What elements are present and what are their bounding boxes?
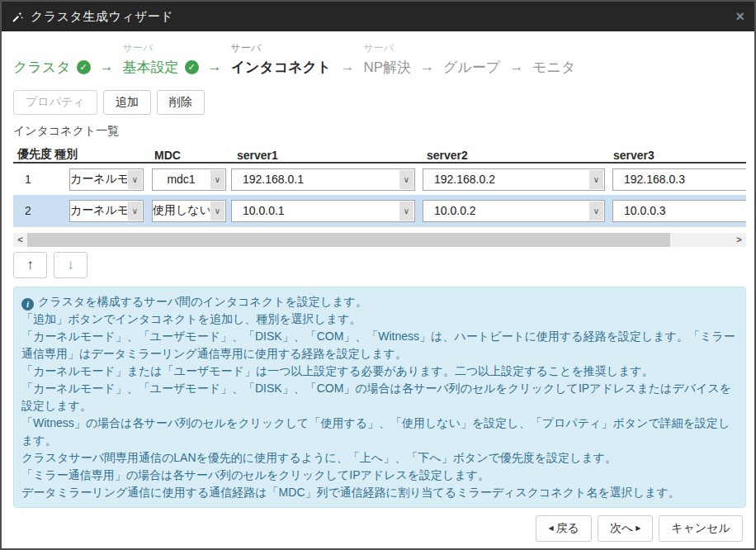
- col-header-priority: 優先度: [13, 147, 54, 162]
- step-label: インタコネクト: [231, 58, 332, 77]
- back-button[interactable]: ◀戻る: [536, 515, 591, 542]
- chevron-down-icon: ∨: [399, 202, 413, 220]
- server1-select-value: 192.168.0.1: [232, 173, 399, 186]
- arrow-right-icon: →: [420, 57, 434, 77]
- info-line: 「追加」ボタンでインタコネクトを追加し、種別を選択します。: [21, 311, 738, 328]
- step-sublabel: [13, 41, 91, 55]
- info-line: 「カーネルモード」、「ユーザモード」、「DISK」、「COM」、「Witness…: [21, 328, 738, 363]
- priority-cell: 2: [13, 204, 54, 217]
- table-caption: インタコネクト一覧: [13, 124, 743, 139]
- server2-select[interactable]: 10.0.0.2∨: [423, 200, 605, 222]
- arrow-down-icon: ↓: [67, 257, 74, 273]
- server2-select[interactable]: 192.168.0.2∨: [423, 168, 605, 191]
- dialog-content: クラスタ✓ → サーバ 基本設定✓ → サーバ インタコネクト → サーバ NP…: [2, 41, 754, 542]
- col-header-type: 種別: [54, 147, 149, 162]
- mdc-select[interactable]: mdc1∨: [152, 168, 226, 191]
- arrow-left-icon: ◀: [548, 524, 553, 532]
- step-group[interactable]: グループ: [443, 41, 500, 77]
- reorder-buttons: ↑ ↓: [13, 252, 743, 278]
- step-interconnect[interactable]: サーバ インタコネクト: [231, 41, 332, 77]
- priority-cell: 1: [13, 173, 54, 186]
- delete-button[interactable]: 削除: [157, 90, 205, 115]
- scrollbar-track[interactable]: [27, 233, 732, 247]
- info-line: 「ミラー通信専用」の場合は各サーバ列のセルをクリックしてIPアドレスを設定します…: [21, 467, 738, 484]
- server2-select-value: 10.0.0.2: [423, 204, 588, 217]
- server2-select-value: 192.168.0.2: [423, 173, 588, 186]
- col-header-mdc: MDC: [149, 149, 229, 162]
- step-sublabel: [443, 41, 500, 55]
- check-icon: ✓: [77, 60, 91, 74]
- titlebar: クラスタ生成ウィザード ×: [2, 2, 754, 31]
- footer-buttons: ◀戻る 次へ▶ キャンセル: [13, 515, 743, 542]
- toolbar: プロパティ 追加 削除: [13, 90, 743, 115]
- property-button[interactable]: プロパティ: [13, 90, 97, 115]
- step-label: 基本設定: [123, 58, 179, 77]
- scrollbar-thumb[interactable]: [27, 233, 670, 247]
- server3-select[interactable]: 10.0.0.3∨: [612, 200, 746, 222]
- chevron-down-icon: ∨: [589, 170, 603, 189]
- step-sublabel: サーバ: [231, 41, 332, 55]
- info-line: データミラーリング通信に使用する通信経路は「MDC」列で通信経路に割り当てるミラ…: [21, 484, 738, 501]
- arrow-up-icon: ↑: [26, 257, 34, 273]
- dialog-title: クラスタ生成ウィザード: [31, 9, 173, 25]
- col-header-server1: server1: [229, 149, 419, 162]
- chevron-down-icon: ∨: [399, 170, 413, 189]
- info-line: iクラスタを構成するサーバ間のインタコネクトを設定します。: [21, 293, 738, 311]
- close-icon[interactable]: ×: [735, 9, 744, 24]
- cancel-button[interactable]: キャンセル: [659, 515, 743, 542]
- step-sublabel: サーバ: [123, 41, 199, 55]
- type-select[interactable]: カーネルモード∨: [69, 200, 144, 222]
- next-label: 次へ: [610, 521, 633, 534]
- server3-select[interactable]: 192.168.0.3∨: [612, 168, 746, 191]
- step-label: クラスタ: [13, 58, 71, 77]
- arrow-right-icon: →: [100, 57, 114, 77]
- chevron-down-icon: ∨: [210, 170, 224, 189]
- cluster-wizard-dialog: クラスタ生成ウィザード × クラスタ✓ → サーバ 基本設定✓ → サーバ イン…: [0, 0, 756, 550]
- cancel-label: キャンセル: [671, 521, 730, 534]
- chevron-down-icon: ∨: [128, 170, 142, 189]
- step-monitor[interactable]: モニタ: [532, 41, 575, 77]
- arrow-right-icon: ▶: [636, 524, 640, 532]
- move-up-button[interactable]: ↑: [13, 252, 47, 278]
- step-sublabel: サーバ: [363, 41, 411, 55]
- info-icon: i: [21, 298, 34, 311]
- info-line: クラスタサーバ間専用通信のLANを優先的に使用するように、「上へ」、「下へ」ボタ…: [21, 449, 738, 467]
- type-select-value: カーネルモード: [70, 203, 127, 218]
- info-line: 「カーネルモード」または「ユーザモード」は一つ以上設定する必要があります。二つ以…: [21, 363, 738, 380]
- interconnect-table: 優先度 種別 MDC server1 server2 server3 1 カーネ…: [13, 142, 746, 227]
- arrow-right-icon: →: [509, 57, 523, 77]
- step-cluster[interactable]: クラスタ✓: [13, 41, 91, 77]
- col-header-server2: server2: [419, 149, 609, 162]
- scroll-right-icon[interactable]: >: [732, 233, 746, 247]
- chevron-down-icon: ∨: [210, 202, 224, 220]
- step-np-resolution[interactable]: サーバ NP解決: [363, 41, 411, 77]
- next-button[interactable]: 次へ▶: [598, 515, 653, 542]
- mdc-select-value: 使用しない: [153, 203, 210, 218]
- scroll-left-icon[interactable]: <: [13, 233, 27, 247]
- server1-select[interactable]: 10.0.0.1∨: [231, 200, 415, 222]
- info-line: 「Witness」の場合は各サーバ列のセルをクリックして「使用する」、「使用しな…: [21, 415, 738, 449]
- server1-select[interactable]: 192.168.0.1∨: [231, 168, 415, 191]
- step-label: グループ: [443, 58, 500, 77]
- magic-wand-icon: [12, 11, 24, 23]
- table-header-row: 優先度 種別 MDC server1 server2 server3: [13, 142, 746, 164]
- move-down-button[interactable]: ↓: [54, 252, 87, 278]
- table-row[interactable]: 1 カーネルモード∨ mdc1∨ 192.168.0.1∨ 192.168.0.…: [13, 164, 746, 195]
- type-select[interactable]: カーネルモード∨: [69, 168, 144, 191]
- back-label: 戻る: [556, 521, 579, 534]
- add-button[interactable]: 追加: [103, 90, 151, 115]
- info-line-text: クラスタを構成するサーバ間のインタコネクトを設定します。: [38, 295, 367, 308]
- wizard-steps: クラスタ✓ → サーバ 基本設定✓ → サーバ インタコネクト → サーバ NP…: [13, 41, 743, 77]
- horizontal-scrollbar[interactable]: < >: [13, 233, 746, 247]
- chevron-down-icon: ∨: [128, 202, 142, 220]
- check-icon: ✓: [185, 60, 199, 74]
- mdc-select[interactable]: 使用しない∨: [152, 200, 226, 222]
- step-basic-settings[interactable]: サーバ 基本設定✓: [123, 41, 199, 77]
- step-label: NP解決: [363, 58, 411, 77]
- col-header-server3: server3: [609, 149, 746, 162]
- server3-select-value: 192.168.0.3: [613, 173, 746, 186]
- info-box: iクラスタを構成するサーバ間のインタコネクトを設定します。 「追加」ボタンでイン…: [13, 287, 746, 508]
- table-body: 1 カーネルモード∨ mdc1∨ 192.168.0.1∨ 192.168.0.…: [13, 164, 746, 227]
- chevron-down-icon: ∨: [589, 202, 603, 220]
- table-row-selected[interactable]: 2 カーネルモード∨ 使用しない∨ 10.0.0.1∨ 10.0.0.2∨ 10…: [13, 195, 746, 226]
